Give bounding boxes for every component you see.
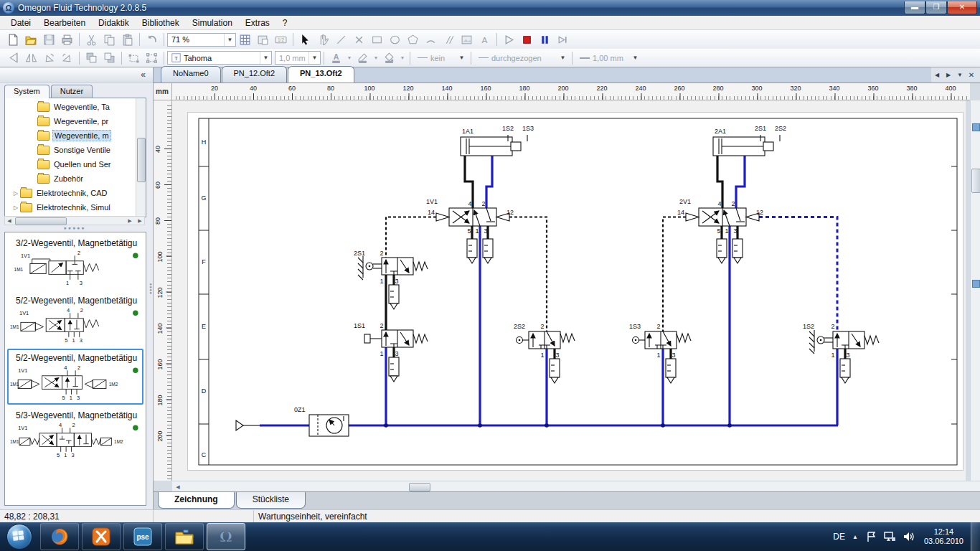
valve-1s1[interactable]: 1S1 2 1 3 — [354, 322, 428, 382]
menu-simulation[interactable]: Simulation — [186, 17, 239, 29]
tab-scroll-right-icon[interactable]: ▶ — [943, 72, 954, 78]
taskbar-firefox-button[interactable] — [40, 523, 79, 550]
expand-icon[interactable]: ▷ — [12, 190, 19, 197]
rotate-right-button[interactable] — [58, 50, 76, 66]
tree-item[interactable]: Sonstige Ventile — [5, 143, 136, 157]
canvas-horizontal-scrollbar[interactable]: ◀ — [172, 481, 980, 491]
valve-1s2[interactable]: 1S2 2 1 3 — [803, 323, 879, 383]
tree-horizontal-scrollbar[interactable]: ◀ ▶ ▶ — [4, 216, 145, 225]
scale-badge-button[interactable]: 1/2 — [272, 32, 290, 47]
taskbar-clock[interactable]: 12:14 03.06.2010 — [924, 527, 963, 546]
scroll-left-icon[interactable]: ◀ — [174, 484, 182, 490]
font-color-button[interactable]: A — [327, 50, 345, 66]
print-button[interactable] — [58, 32, 76, 47]
work-line-2a1-rod[interactable] — [736, 156, 745, 208]
grid-toggle-button[interactable] — [236, 32, 254, 47]
rotate-left-button[interactable] — [40, 50, 58, 66]
arc-tool-button[interactable] — [422, 32, 440, 47]
line-color-dropdown[interactable]: ▼ — [372, 50, 380, 66]
preview-item-5-2-wegeventil-double[interactable]: 5/2-Wegeventil, Magnetbetätigu — [7, 349, 143, 405]
menu-bibliothek[interactable]: Bibliothek — [136, 17, 186, 29]
scrollbar-thumb[interactable] — [971, 169, 980, 193]
action-center-icon[interactable] — [865, 531, 877, 542]
tree-item[interactable]: Wegeventile, Ta — [5, 100, 136, 114]
pilot-line-1v1-14[interactable] — [386, 217, 436, 258]
text-tool-button[interactable]: A — [476, 32, 494, 47]
start-button[interactable] — [4, 524, 34, 550]
ungroup-button[interactable] — [143, 50, 161, 66]
volume-icon[interactable] — [903, 531, 915, 542]
tree-item[interactable]: Zubehör — [5, 171, 136, 186]
tab-close-icon[interactable]: ✕ — [966, 71, 977, 79]
preview-item-3-2-wegeventil[interactable]: 3/2-Wegeventil, Magnetbetätigu 1V1 — [7, 234, 143, 290]
chevron-down-icon[interactable]: ▼ — [456, 52, 467, 64]
chevron-down-icon[interactable]: ▼ — [260, 52, 271, 64]
tree-item[interactable]: Wegeventile, pr — [5, 114, 136, 128]
line-tool-button[interactable] — [332, 32, 350, 47]
line-style-combobox[interactable]: durchgezogen ▼ — [474, 51, 569, 65]
simulation-start-button[interactable] — [500, 32, 518, 47]
taskbar-xampp-button[interactable] — [82, 523, 121, 550]
menu-didaktik[interactable]: Didaktik — [92, 17, 136, 29]
valve-1v1[interactable]: 1V1 14 12 4 2 5 1 3 — [426, 198, 514, 263]
new-file-button[interactable] — [4, 32, 22, 47]
tab-pn13[interactable]: PN_13.Oft2 — [288, 66, 354, 83]
tree-item-selected[interactable]: Wegeventile, m — [5, 128, 136, 143]
work-line-1a1-rod[interactable] — [486, 156, 492, 208]
simulation-step-button[interactable] — [554, 32, 572, 47]
flip-horizontal-button[interactable] — [22, 50, 40, 66]
tab-list-icon[interactable]: ▼ — [954, 72, 966, 78]
simulation-pause-button[interactable] — [536, 32, 554, 47]
panel-splitter-handle[interactable]: ●●●●● — [4, 226, 145, 231]
font-family-combobox[interactable]: T Tahoma ▼ — [167, 51, 272, 65]
line-width-combobox[interactable]: 1,00 mm ▼ — [575, 51, 641, 65]
taskbar-pse-button[interactable]: pse — [123, 523, 162, 550]
menu-datei[interactable]: Datei — [4, 17, 37, 29]
network-icon[interactable] — [883, 531, 896, 542]
ellipse-tool-button[interactable] — [386, 32, 404, 47]
save-button[interactable] — [40, 32, 58, 47]
open-file-button[interactable] — [22, 32, 40, 47]
tab-scroll-left-icon[interactable]: ◀ — [931, 72, 943, 78]
fill-style-combobox[interactable]: kein ▼ — [413, 51, 468, 65]
rectangle-tool-button[interactable] — [368, 32, 386, 47]
font-size-combobox[interactable]: 1,0 mm ▼ — [275, 51, 321, 65]
preview-item-5-2-wegeventil-single[interactable]: 5/2-Wegeventil, Magentbetätigu — [7, 291, 143, 347]
scroll-left-icon[interactable]: ◀ — [5, 217, 14, 224]
chevron-down-icon[interactable]: ▼ — [557, 52, 568, 64]
sidebar-collapse-bar[interactable]: « — [0, 67, 153, 83]
sidebar-splitter-handle[interactable]: ●●●● — [149, 283, 153, 294]
cylinder-2a1[interactable]: 2A1 2S1 2S2 — [713, 125, 786, 156]
copy-button[interactable] — [100, 32, 118, 47]
select-tool-button[interactable] — [296, 32, 314, 47]
tab-system[interactable]: System — [4, 85, 50, 98]
scrollbar-thumb[interactable] — [15, 217, 67, 225]
chevron-down-icon[interactable]: ▼ — [308, 52, 320, 64]
flip-vertical-button[interactable] — [4, 50, 22, 66]
scrollbar-thumb[interactable] — [137, 138, 146, 182]
send-to-back-button[interactable] — [100, 50, 118, 66]
pilot-line-2v1-12[interactable] — [759, 217, 837, 332]
language-indicator[interactable]: DE — [833, 532, 845, 542]
group-button[interactable] — [125, 50, 143, 66]
circuit-drawing[interactable]: H G F E D C — [188, 113, 963, 470]
menu-help[interactable]: ? — [276, 17, 294, 29]
fill-color-button[interactable] — [380, 50, 398, 66]
chevron-down-icon[interactable]: ▼ — [224, 34, 235, 46]
collapse-icon[interactable]: « — [141, 70, 146, 80]
drawing-page[interactable]: H G F E D C — [188, 113, 963, 470]
scroll-right-icon[interactable]: ▶ — [136, 217, 144, 224]
service-unit-0z1[interactable]: 0Z1 — [294, 406, 349, 436]
cylinder-1a1[interactable]: 1A1 1S2 1S3 — [461, 125, 534, 156]
expand-icon[interactable]: ▷ — [12, 204, 19, 211]
tab-nutzer[interactable]: Nutzer — [51, 85, 93, 98]
menu-extras[interactable]: Extras — [239, 17, 276, 29]
pilot-line-1v1-12[interactable] — [509, 217, 547, 332]
preview-item-5-3-wegeventil[interactable]: 5/3-Wegeventil, Magnetbetätigu — [7, 406, 143, 462]
valve-2v1[interactable]: 2V1 14 12 4 2 5 1 3 — [677, 198, 763, 263]
show-desktop-button[interactable] — [971, 522, 980, 551]
polygon-tool-button[interactable] — [404, 32, 422, 47]
valve-2s2[interactable]: 2S2 2 1 3 — [514, 323, 575, 383]
show-hidden-icons-button[interactable]: ▲ — [852, 534, 858, 540]
image-tool-button[interactable] — [458, 32, 476, 47]
